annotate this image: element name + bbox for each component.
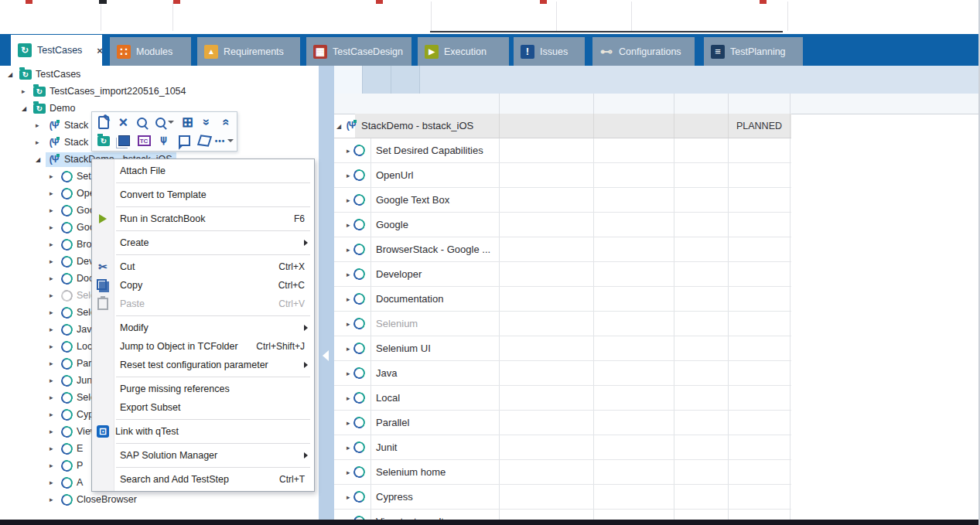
expander-icon[interactable] (50, 274, 60, 282)
actionmode-cell[interactable] (594, 336, 674, 360)
context-menu-item[interactable]: Run in ScratchBook F6 (92, 210, 314, 228)
search-options-icon[interactable] (152, 114, 178, 131)
expander-icon[interactable] (347, 493, 350, 501)
actionmode-cell[interactable] (594, 361, 674, 385)
value-cell[interactable] (500, 435, 594, 459)
workspace-tab[interactable]: Issues (514, 37, 585, 66)
workstate-cell[interactable] (729, 312, 790, 336)
actionmode-cell[interactable] (594, 485, 674, 509)
expander-icon[interactable] (50, 309, 60, 316)
teststep-row[interactable]: Java (334, 361, 791, 386)
datatype-cell[interactable] (674, 336, 729, 360)
expander-icon[interactable] (347, 345, 350, 353)
value-cell[interactable] (500, 237, 594, 261)
workstate-cell[interactable] (729, 262, 790, 286)
expander-icon[interactable] (50, 326, 60, 333)
value-cell[interactable] (500, 213, 594, 237)
expander-icon[interactable] (50, 189, 60, 197)
datatype-cell[interactable] (674, 460, 729, 484)
value-cell[interactable] (500, 188, 594, 212)
expander-icon[interactable] (347, 469, 350, 476)
expander-icon[interactable] (50, 257, 60, 265)
expander-icon[interactable] (347, 320, 350, 328)
workstate-cell[interactable] (729, 213, 790, 237)
context-menu-item[interactable]: Link with qTest (92, 422, 314, 441)
panel-tab[interactable] (391, 66, 420, 94)
workstate-cell[interactable] (729, 510, 790, 520)
expander-icon[interactable] (347, 221, 350, 229)
column-header[interactable] (594, 94, 674, 114)
workspace-tab[interactable]: Configurations (592, 37, 695, 66)
expander-icon[interactable] (336, 122, 341, 130)
tree-item[interactable]: TestCases (0, 66, 319, 83)
expand-all-icon[interactable] (178, 114, 197, 131)
context-menu-item[interactable]: Copy Ctrl+C (92, 276, 314, 295)
datatype-cell[interactable] (674, 485, 729, 509)
actionmode-cell[interactable] (594, 386, 674, 410)
actionmode-cell[interactable] (594, 188, 674, 212)
context-menu-item[interactable]: Jump to Object in TCFolder Ctrl+Shift+J (92, 337, 314, 356)
edit-icon[interactable] (94, 114, 114, 131)
teststep-row[interactable]: Google (334, 213, 791, 237)
actionmode-cell[interactable] (594, 411, 674, 435)
ribbon-group-label[interactable] (557, 2, 632, 31)
value-cell[interactable] (500, 336, 594, 360)
context-menu-item[interactable]: Purge missing references (92, 380, 314, 398)
ribbon-group-label[interactable] (632, 2, 788, 31)
more-options-icon[interactable] (214, 132, 234, 150)
expander-icon[interactable] (22, 87, 32, 95)
expander-icon[interactable] (50, 479, 60, 486)
collapse-up-icon[interactable] (216, 114, 235, 131)
expander-icon[interactable] (50, 445, 60, 452)
close-icon[interactable] (97, 46, 103, 56)
workspace-tab[interactable]: TestCaseDesign (306, 37, 411, 66)
expand-down-icon[interactable] (197, 114, 217, 131)
value-cell[interactable] (500, 114, 594, 138)
expander-icon[interactable] (36, 138, 46, 146)
workstate-cell[interactable] (729, 163, 790, 187)
testcase-folder-icon[interactable] (94, 132, 114, 150)
ribbon-group-label[interactable] (101, 2, 173, 31)
workstate-cell[interactable] (729, 485, 790, 509)
workstate-cell[interactable] (729, 287, 790, 311)
actionmode-cell[interactable] (594, 460, 674, 484)
datatype-cell[interactable] (674, 287, 729, 311)
expander-icon[interactable] (347, 147, 350, 155)
collapse-panel-icon[interactable] (323, 350, 329, 361)
expander-icon[interactable] (347, 370, 350, 377)
value-cell[interactable] (500, 262, 594, 286)
actionmode-cell[interactable] (594, 287, 674, 311)
actionmode-cell[interactable] (594, 138, 674, 162)
workstate-cell[interactable] (729, 188, 790, 212)
branch-icon[interactable] (154, 132, 174, 150)
search-icon[interactable] (133, 114, 152, 131)
context-menu-item[interactable]: Convert to Template (92, 186, 314, 204)
datatype-cell[interactable] (674, 312, 729, 336)
expander-icon[interactable] (50, 172, 60, 180)
workstate-cell[interactable] (729, 361, 790, 385)
panel-tab[interactable] (334, 66, 363, 94)
workstate-cell[interactable]: PLANNED (729, 114, 790, 138)
context-menu-item[interactable]: Create (92, 234, 314, 252)
context-menu-item[interactable]: Attach File (92, 162, 314, 180)
datatype-cell[interactable] (674, 386, 729, 410)
expander-icon[interactable] (50, 223, 60, 231)
expander-icon[interactable] (50, 462, 60, 469)
actionmode-cell[interactable] (594, 213, 674, 237)
workstate-cell[interactable] (729, 460, 790, 484)
context-menu-item[interactable]: SAP Solution Manager (92, 446, 314, 465)
teststep-row[interactable]: Set Desired Capabilities (334, 138, 791, 163)
tree-item[interactable]: CloseBrowser (0, 491, 319, 508)
teststep-row[interactable]: Selenium (334, 312, 791, 336)
column-header[interactable] (674, 94, 729, 114)
expander-icon[interactable] (50, 496, 60, 503)
expander-icon[interactable] (22, 104, 32, 112)
expander-icon[interactable] (347, 419, 350, 427)
expander-icon[interactable] (347, 196, 350, 204)
expander-icon[interactable] (347, 295, 350, 303)
workstate-cell[interactable] (729, 435, 790, 459)
workspace-tab[interactable]: TestCases (11, 35, 102, 66)
expander-icon[interactable] (50, 343, 60, 350)
panel-tab[interactable] (363, 66, 391, 94)
datatype-cell[interactable] (674, 237, 729, 261)
